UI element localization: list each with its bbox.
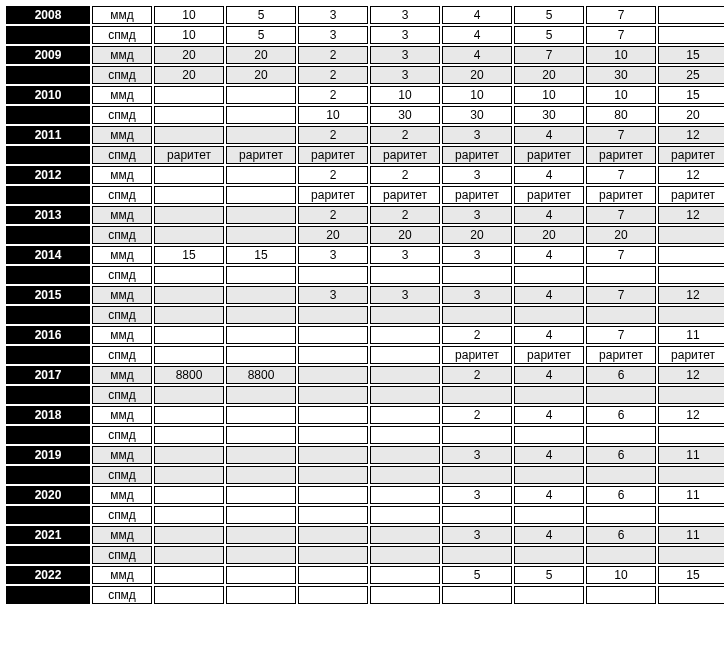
table-row: спмд: [6, 546, 724, 564]
table-row: 2020ммд34611: [6, 486, 724, 504]
value-cell: 4: [442, 6, 512, 24]
value-cell: [298, 346, 368, 364]
value-cell: [370, 546, 440, 564]
value-cell: 20: [226, 46, 296, 64]
value-cell: 10: [370, 86, 440, 104]
value-cell: [154, 446, 224, 464]
value-cell: [298, 306, 368, 324]
value-cell: [226, 486, 296, 504]
table-row: спмд: [6, 506, 724, 524]
table-row: спмд: [6, 266, 724, 284]
value-cell: 20: [586, 226, 656, 244]
value-cell: 15: [658, 46, 724, 64]
value-cell: 20: [154, 46, 224, 64]
value-cell: 4: [514, 406, 584, 424]
value-cell: [658, 266, 724, 284]
value-cell: 12: [658, 126, 724, 144]
value-cell: 7: [586, 6, 656, 24]
value-cell: 11: [658, 446, 724, 464]
year-cell: [6, 426, 90, 444]
table-row: спмд: [6, 386, 724, 404]
table-row: спмд: [6, 306, 724, 324]
value-cell: [226, 106, 296, 124]
year-cell: 2016: [6, 326, 90, 344]
value-cell: 6: [586, 366, 656, 384]
value-cell: [226, 126, 296, 144]
value-cell: [658, 506, 724, 524]
value-cell: 4: [442, 26, 512, 44]
price-table: 2008ммд10533457спмд105334572009ммд202023…: [4, 4, 724, 606]
mint-cell: ммд: [92, 206, 152, 224]
mint-cell: спмд: [92, 306, 152, 324]
table-row: 2021ммд34611: [6, 526, 724, 544]
value-cell: [370, 586, 440, 604]
value-cell: 20: [370, 226, 440, 244]
value-cell: 11: [658, 486, 724, 504]
value-cell: [370, 466, 440, 484]
value-cell: [658, 6, 724, 24]
value-cell: 3: [298, 246, 368, 264]
value-cell: 80: [586, 106, 656, 124]
value-cell: раритет: [658, 146, 724, 164]
value-cell: 7: [586, 26, 656, 44]
value-cell: [298, 386, 368, 404]
value-cell: [370, 566, 440, 584]
value-cell: 10: [298, 106, 368, 124]
value-cell: раритет: [442, 146, 512, 164]
year-cell: [6, 506, 90, 524]
value-cell: [514, 506, 584, 524]
value-cell: 30: [586, 66, 656, 84]
value-cell: 3: [442, 526, 512, 544]
value-cell: [226, 446, 296, 464]
value-cell: 15: [226, 246, 296, 264]
value-cell: [370, 506, 440, 524]
value-cell: 6: [586, 446, 656, 464]
value-cell: 3: [442, 246, 512, 264]
year-cell: 2013: [6, 206, 90, 224]
value-cell: 2: [442, 366, 512, 384]
year-cell: [6, 146, 90, 164]
value-cell: 12: [658, 206, 724, 224]
value-cell: 7: [586, 206, 656, 224]
value-cell: [514, 466, 584, 484]
value-cell: [370, 406, 440, 424]
value-cell: [226, 266, 296, 284]
value-cell: [586, 266, 656, 284]
year-cell: 2020: [6, 486, 90, 504]
value-cell: 3: [298, 6, 368, 24]
value-cell: [514, 546, 584, 564]
value-cell: [298, 266, 368, 284]
value-cell: 5: [442, 566, 512, 584]
value-cell: [442, 266, 512, 284]
value-cell: 3: [442, 126, 512, 144]
value-cell: [154, 526, 224, 544]
value-cell: [514, 426, 584, 444]
value-cell: [226, 186, 296, 204]
value-cell: 3: [370, 246, 440, 264]
value-cell: 3: [370, 66, 440, 84]
value-cell: [226, 206, 296, 224]
mint-cell: спмд: [92, 26, 152, 44]
value-cell: [586, 546, 656, 564]
value-cell: [442, 466, 512, 484]
value-cell: [226, 546, 296, 564]
value-cell: 7: [514, 46, 584, 64]
value-cell: [154, 486, 224, 504]
year-cell: 2019: [6, 446, 90, 464]
value-cell: 2: [370, 206, 440, 224]
value-cell: [154, 226, 224, 244]
table-row: 2008ммд10533457: [6, 6, 724, 24]
value-cell: [514, 306, 584, 324]
value-cell: [154, 126, 224, 144]
value-cell: 15: [658, 86, 724, 104]
table-row: 2014ммд151533347: [6, 246, 724, 264]
mint-cell: спмд: [92, 226, 152, 244]
value-cell: раритет: [586, 146, 656, 164]
value-cell: [370, 326, 440, 344]
value-cell: [658, 386, 724, 404]
value-cell: [154, 166, 224, 184]
value-cell: 4: [514, 526, 584, 544]
value-cell: [586, 466, 656, 484]
value-cell: 5: [514, 566, 584, 584]
value-cell: [298, 566, 368, 584]
